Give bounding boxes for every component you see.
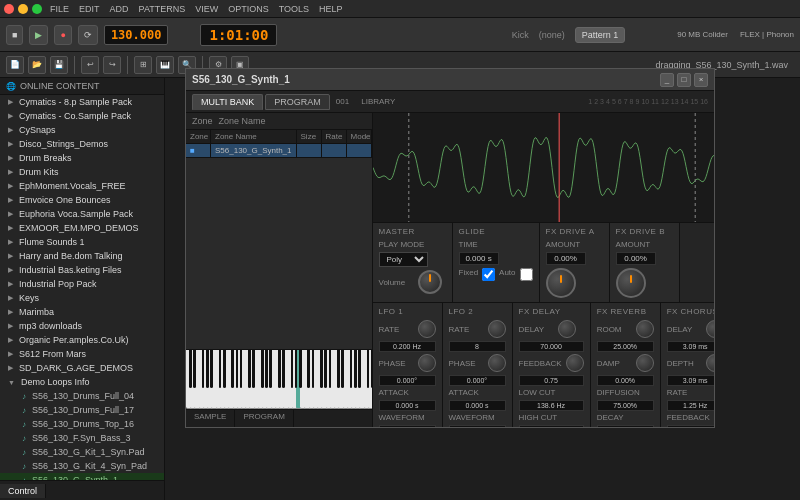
black-key-4-4[interactable]: [320, 350, 323, 388]
damp-knob[interactable]: [636, 354, 654, 372]
file-item-0[interactable]: Cymatics - 8.p Sample Pack: [0, 95, 164, 109]
fx-drive-b-knob[interactable]: [616, 268, 646, 298]
open-icon[interactable]: 📂: [28, 56, 46, 74]
loop-button[interactable]: ⟳: [78, 25, 98, 45]
black-key-1-5[interactable]: [236, 350, 239, 388]
file-item-12[interactable]: Industrial Bas.keting Files: [0, 263, 164, 277]
lfo1-rate-knob[interactable]: [418, 320, 436, 338]
file-item-25[interactable]: S56_130_G_Kit_1_Syn.Pad: [0, 445, 164, 459]
lfo1-phase-knob[interactable]: [418, 354, 436, 372]
tab-multibank[interactable]: MULTI BANK: [192, 94, 263, 110]
file-item-5[interactable]: Drum Kits: [0, 165, 164, 179]
zone-row[interactable]: ■ S56_130_G_Synth_1: [186, 144, 372, 158]
menu-file[interactable]: FILE: [50, 4, 69, 14]
file-item-23[interactable]: S56_130_Drums_Top_16: [0, 417, 164, 431]
play-mode-select[interactable]: Poly Mono: [379, 252, 428, 267]
chorus-depth-knob[interactable]: [706, 354, 714, 372]
control-tab[interactable]: Control: [0, 484, 46, 498]
file-item-6[interactable]: EphMoment.Vocals_FREE: [0, 179, 164, 193]
save-icon[interactable]: 💾: [50, 56, 68, 74]
room-knob[interactable]: [636, 320, 654, 338]
file-item-20[interactable]: Demo Loops Info: [0, 375, 164, 389]
plugin-maximize[interactable]: □: [677, 78, 691, 87]
black-key-1-1[interactable]: [219, 350, 222, 388]
file-item-14[interactable]: Keys: [0, 291, 164, 305]
delay-knob[interactable]: [558, 320, 576, 338]
stop-button[interactable]: ■: [6, 25, 23, 45]
plugin-minimize[interactable]: _: [660, 78, 674, 87]
file-item-24[interactable]: S56_130_F.Syn_Bass_3: [0, 431, 164, 445]
file-item-3[interactable]: Disco_Strings_Demos: [0, 137, 164, 151]
file-item-13[interactable]: Industrial Pop Pack: [0, 277, 164, 291]
black-key-0-5[interactable]: [206, 350, 209, 388]
black-key-6-1[interactable]: [367, 350, 370, 388]
black-key-0-6[interactable]: [210, 350, 213, 388]
black-key-3-2[interactable]: [282, 350, 285, 388]
file-item-15[interactable]: Marimba: [0, 305, 164, 319]
file-item-17[interactable]: Organic Per.amples.Co.Uk): [0, 333, 164, 347]
file-item-27[interactable]: S56_130_G_Synth_1: [0, 473, 164, 480]
black-key-0-1[interactable]: [189, 350, 192, 388]
black-key-3-1[interactable]: [278, 350, 281, 388]
black-key-6-2[interactable]: [371, 350, 372, 388]
black-key-5-1[interactable]: [337, 350, 340, 388]
auto-checkbox[interactable]: [520, 268, 533, 281]
tab-program[interactable]: PROGRAM: [265, 94, 330, 110]
black-key-4-2[interactable]: [312, 350, 315, 388]
fx-drive-a-knob[interactable]: [546, 268, 576, 298]
menu-options[interactable]: OPTIONS: [228, 4, 269, 14]
play-button[interactable]: ▶: [29, 25, 48, 45]
black-key-4-1[interactable]: [307, 350, 310, 388]
menu-tools[interactable]: TOOLS: [279, 4, 309, 14]
file-item-1[interactable]: Cymatics - Co.Sample Pack: [0, 109, 164, 123]
lfo2-phase-knob[interactable]: [488, 354, 506, 372]
black-key-2-1[interactable]: [248, 350, 251, 388]
file-item-7[interactable]: Emvoice One Bounces: [0, 193, 164, 207]
file-item-4[interactable]: Drum Breaks: [0, 151, 164, 165]
file-item-19[interactable]: SD_DARK_G.AGE_DEMOS: [0, 361, 164, 375]
file-item-22[interactable]: S56_130_Drums_Full_17: [0, 403, 164, 417]
black-key-2-2[interactable]: [252, 350, 255, 388]
menu-patterns[interactable]: PATTERNS: [139, 4, 186, 14]
close-button[interactable]: [4, 4, 14, 14]
undo-icon[interactable]: ↩: [81, 56, 99, 74]
black-key-1-2[interactable]: [223, 350, 226, 388]
black-key-2-4[interactable]: [261, 350, 264, 388]
black-key-2-5[interactable]: [265, 350, 268, 388]
file-list[interactable]: Cymatics - 8.p Sample PackCymatics - Co.…: [0, 95, 164, 480]
program-tab-bottom[interactable]: PROGRAM: [235, 410, 293, 427]
file-item-2[interactable]: CySnaps: [0, 123, 164, 137]
piano-icon[interactable]: 🎹: [156, 56, 174, 74]
menu-help[interactable]: HELP: [319, 4, 343, 14]
menu-add[interactable]: ADD: [110, 4, 129, 14]
black-key-0-2[interactable]: [193, 350, 196, 388]
new-icon[interactable]: 📄: [6, 56, 24, 74]
mixer-icon[interactable]: ⊞: [134, 56, 152, 74]
black-key-4-5[interactable]: [324, 350, 327, 388]
redo-icon[interactable]: ↪: [103, 56, 121, 74]
black-key-4-6[interactable]: [329, 350, 332, 388]
file-item-26[interactable]: S56_130_G_Kit_4_Syn_Pad: [0, 459, 164, 473]
minimize-button[interactable]: [18, 4, 28, 14]
record-button[interactable]: ●: [54, 25, 71, 45]
file-item-21[interactable]: S56_130_Drums_Full_04: [0, 389, 164, 403]
maximize-button[interactable]: [32, 4, 42, 14]
feedback-knob[interactable]: [566, 354, 584, 372]
pattern-button[interactable]: Pattern 1: [575, 27, 626, 43]
black-key-2-6[interactable]: [269, 350, 272, 388]
file-item-16[interactable]: mp3 downloads: [0, 319, 164, 333]
black-key-1-4[interactable]: [231, 350, 234, 388]
chorus-delay-knob[interactable]: [706, 320, 714, 338]
volume-knob[interactable]: [418, 270, 442, 294]
black-key-5-5[interactable]: [354, 350, 357, 388]
black-key-3-6[interactable]: [299, 350, 302, 388]
black-key-0-4[interactable]: [202, 350, 205, 388]
file-item-18[interactable]: S612 From Mars: [0, 347, 164, 361]
black-key-5-6[interactable]: [358, 350, 361, 388]
plugin-close[interactable]: ×: [694, 78, 708, 87]
file-item-10[interactable]: Flume Sounds 1: [0, 235, 164, 249]
bpm-display[interactable]: 130.000: [104, 25, 169, 45]
fixed-checkbox[interactable]: [482, 268, 495, 281]
file-item-9[interactable]: EXMOOR_EM.MPO_DEMOS: [0, 221, 164, 235]
menu-edit[interactable]: EDIT: [79, 4, 100, 14]
